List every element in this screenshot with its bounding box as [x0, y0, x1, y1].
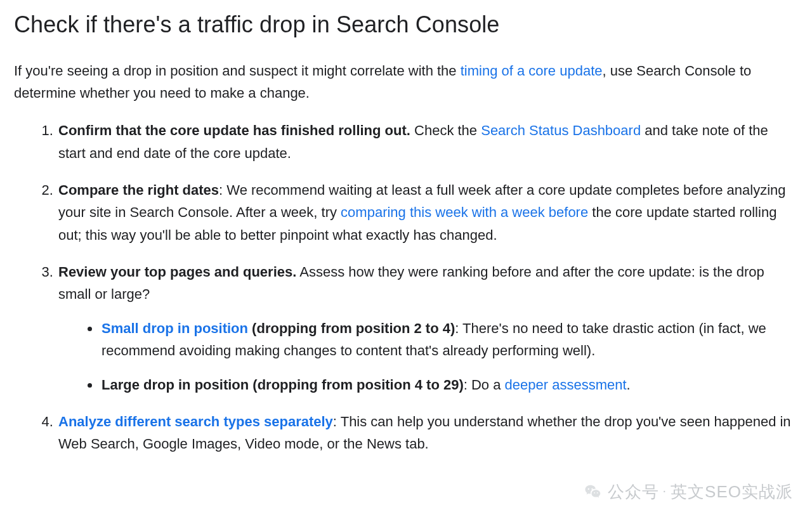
step-4: Analyze different search types separatel… — [57, 410, 792, 455]
small-drop-lead: Small drop in position (dropping from po… — [102, 320, 455, 336]
step-3-lead: Review your top pages and queries. — [58, 264, 296, 280]
step-3-sublist: Small drop in position (dropping from po… — [58, 317, 792, 396]
section-heading: Check if there's a traffic drop in Searc… — [14, 11, 798, 38]
step-1-lead: Confirm that the core update has finishe… — [58, 122, 410, 138]
large-drop-before-link: : Do a — [464, 377, 505, 393]
watermark-left: 公众号 — [608, 481, 659, 503]
large-drop-lead: Large drop in position (dropping from po… — [102, 377, 464, 393]
watermark: 公众号 · 英文SEO实战派 — [584, 481, 793, 503]
step-1-before-link: Check the — [410, 122, 481, 138]
large-drop-after-link: . — [627, 377, 631, 393]
step-2: Compare the right dates: We recommend wa… — [57, 179, 792, 247]
compare-weeks-link[interactable]: comparing this week with a week before — [341, 204, 588, 220]
deeper-assessment-link[interactable]: deeper assessment — [505, 377, 627, 393]
step-1: Confirm that the core update has finishe… — [57, 119, 792, 164]
step-2-lead: Compare the right dates — [58, 182, 219, 198]
search-status-dashboard-link[interactable]: Search Status Dashboard — [481, 122, 641, 138]
step-3-small-drop: Small drop in position (dropping from po… — [100, 317, 792, 362]
intro-paragraph: If you're seeing a drop in position and … — [14, 60, 798, 104]
analyze-search-types-link[interactable]: Analyze different search types separatel… — [58, 414, 333, 429]
step-3: Review your top pages and queries. Asses… — [57, 261, 792, 396]
core-update-timing-link[interactable]: timing of a core update — [461, 63, 603, 79]
steps-list: Confirm that the core update has finishe… — [14, 119, 798, 455]
step-4-lead: Analyze different search types separatel… — [58, 414, 333, 429]
watermark-separator-icon: · — [659, 483, 671, 498]
small-drop-link[interactable]: Small drop in position — [102, 320, 248, 336]
step-3-large-drop: Large drop in position (dropping from po… — [100, 374, 792, 396]
small-drop-bold-tail: (dropping from position 2 to 4) — [248, 320, 455, 336]
wechat-icon — [584, 483, 603, 502]
intro-text-before: If you're seeing a drop in position and … — [14, 63, 461, 79]
article-body: Check if there's a traffic drop in Searc… — [0, 0, 812, 455]
watermark-right: 英文SEO实战派 — [671, 481, 793, 503]
